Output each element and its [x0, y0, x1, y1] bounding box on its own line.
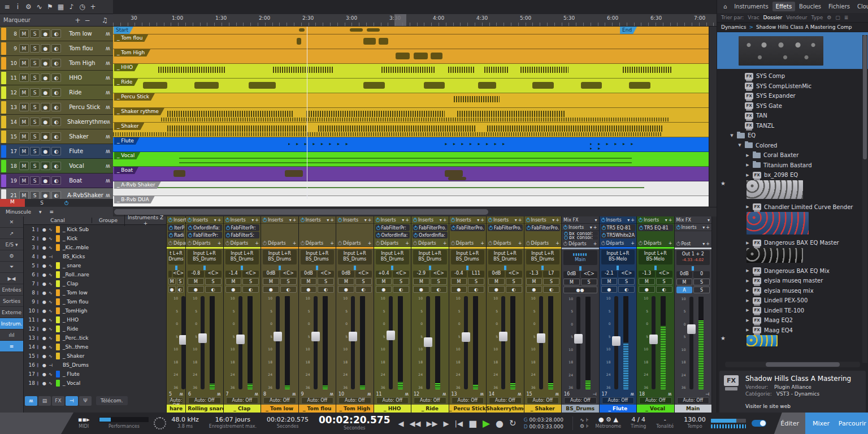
strip-name-label[interactable]: hare [167, 405, 185, 413]
track-name[interactable]: _ Tom low [64, 31, 106, 37]
mixer-strip[interactable]: Inserts▾+Départs+Input L+RBS_Drums0dB<C>… [299, 216, 337, 413]
solo-button[interactable]: S [30, 73, 40, 82]
item-label[interactable]: SYS Comp [756, 73, 785, 79]
input-routing-box[interactable]: Out 1 + 2-4.33 -4.02 [676, 250, 710, 265]
solo-button[interactable]: S [30, 162, 40, 170]
monitor-button[interactable]: ◐ [51, 118, 61, 126]
chevron-down-icon[interactable]: ▾ [39, 209, 42, 215]
monitor-button[interactable]: ◐ [431, 286, 447, 293]
plugin-thumbnail-row[interactable] [717, 248, 868, 266]
mute-button[interactable]: M [488, 278, 505, 285]
monitor-button[interactable]: ◐ [618, 286, 635, 293]
automation-mode-button[interactable]: Auto: Off [226, 397, 259, 404]
gain-value[interactable]: -1.4 [225, 271, 242, 277]
mute-button[interactable]: M [19, 118, 29, 126]
power-icon[interactable] [413, 218, 417, 222]
pan-value[interactable]: L11 [468, 271, 484, 277]
input-routing-box[interactable]: Input L+RBS_Drums [338, 250, 372, 264]
insert-slot[interactable]: FabFilterPr: [225, 224, 260, 231]
power-icon[interactable] [563, 242, 567, 246]
key-signature[interactable]: - [656, 416, 674, 423]
power-icon[interactable] [226, 226, 230, 230]
inserts-header[interactable]: Inserts▾+ [449, 216, 487, 224]
chevron-down-icon[interactable]: ▾ [364, 218, 367, 223]
track-lane[interactable]: _ B-Rvb DUA [113, 196, 717, 207]
solo-all-button[interactable]: S [25, 200, 59, 206]
monitor-button[interactable]: ◐ [51, 103, 61, 111]
record-arm-button[interactable]: ● [41, 176, 50, 185]
power-icon[interactable] [225, 218, 229, 222]
fader-track[interactable] [201, 296, 205, 389]
visit-website-link[interactable]: Visiter le site web [745, 403, 861, 409]
expander-icon[interactable]: ▼ [737, 143, 742, 147]
fader-handle[interactable] [499, 332, 507, 341]
fader-section[interactable]: 1050510182436 [374, 295, 411, 390]
solo-button[interactable]: S [355, 278, 372, 285]
pan-value[interactable]: <C> [280, 271, 297, 277]
inserts-header[interactable]: Inserts▾+ [675, 224, 712, 231]
return-to-start-button[interactable]: |◀ [455, 419, 463, 428]
mixer-strip[interactable]: Inserts▾+lterPr:Radia:Départs+t L+RDrums… [167, 216, 186, 413]
solo-button[interactable]: S [30, 176, 40, 185]
monitor-button[interactable]: ◐ [355, 286, 372, 293]
solo-button[interactable]: S [30, 103, 40, 111]
record-time-remaining[interactable]: 16:07 jours [209, 416, 257, 423]
sends-header[interactable]: Post▾+ [675, 240, 712, 248]
automation-mode-button[interactable]: Auto: Off [169, 397, 183, 404]
track-name[interactable]: _ Percu Stick [64, 104, 106, 110]
record-arm-button[interactable]: ● [526, 286, 542, 293]
fader-handle[interactable] [311, 332, 320, 341]
expander-icon[interactable]: ▶ [745, 205, 750, 209]
chevron-down-icon[interactable]: ▾ [289, 218, 292, 223]
mixer-strip[interactable]: Inserts▾+Départs+Input L+RBS_Drums0dB<C>… [261, 216, 299, 413]
record-arm-button[interactable]: ● [41, 103, 50, 111]
channel-name[interactable]: _Kic..mble [63, 245, 89, 250]
pan-value[interactable]: <C> [318, 271, 334, 277]
tempo-value[interactable]: 130.00 [684, 416, 706, 423]
insert-slot[interactable]: FabFilterPr: [375, 224, 410, 231]
strip-name-label[interactable]: _ Tom flou [299, 405, 336, 413]
fast-forward-button[interactable]: ▶▶ [427, 419, 438, 428]
fader-track[interactable] [276, 296, 280, 389]
insert-slot[interactable]: FabFilterPro. [526, 224, 561, 231]
expander-icon[interactable]: ▶ [745, 308, 750, 313]
channel-name[interactable]: _Perc..tick [63, 335, 89, 341]
power-icon[interactable] [526, 241, 530, 245]
power-icon[interactable] [414, 233, 418, 237]
record-arm-button[interactable]: ● [601, 286, 618, 293]
record-arm-button[interactable]: ● [41, 88, 50, 97]
clip-name-tag[interactable]: _ B-Rvb DUA [114, 196, 155, 203]
power-icon[interactable] [602, 226, 606, 230]
monitor-button[interactable]: ◐ [51, 73, 61, 82]
gain-value[interactable]: 0dB [263, 271, 279, 277]
plugin-list-item[interactable]: ▶FXMaag EQ2 [717, 315, 868, 326]
add-icon[interactable]: + [88, 2, 98, 12]
input-routing-box[interactable]: Input L+RBS-Melo [601, 250, 635, 264]
mixer-channel-row[interactable]: 5‖●∿_ snare [24, 261, 166, 270]
record-arm-button[interactable]: ● [451, 286, 467, 293]
solo-button[interactable]: S [693, 279, 710, 285]
external-button[interactable]: Externe [0, 307, 23, 318]
timeline-ruler[interactable]: 301:001:302:002:303:003:304:004:305:005:… [113, 14, 717, 27]
track-header-row[interactable]: 9MS●◐_ Tom flouʍ [0, 41, 113, 56]
channel-name[interactable]: BS_Drums [63, 362, 89, 368]
quantize-note-icon[interactable]: ♪ [67, 2, 76, 12]
solo-button[interactable]: S [431, 278, 447, 285]
mute-button[interactable]: M [19, 29, 29, 38]
monitor-button[interactable]: ◐ [51, 88, 61, 97]
monitor-button[interactable]: ◐ [318, 286, 334, 293]
browser-tab-instruments[interactable]: Instruments [731, 2, 771, 11]
sends-header[interactable]: Départs+ [637, 240, 674, 247]
plugin-list-item[interactable]: FXSYS Expander [717, 91, 868, 101]
power-icon[interactable] [226, 233, 230, 237]
mute-button[interactable]: M [263, 278, 279, 285]
automation-mode-button[interactable]: Auto: Off [338, 397, 371, 404]
pan-value[interactable]: <C> [205, 271, 222, 277]
record-arm-button[interactable]: ● [41, 147, 50, 155]
fader-track[interactable] [389, 296, 393, 389]
mixer-strip[interactable]: Mix FX▾Inserts▾+bx_consol:bx_consol:Dépa… [562, 216, 600, 413]
item-label[interactable]: Maag EQ4 [764, 327, 793, 333]
pan-value[interactable]: <C> [506, 271, 522, 277]
stereo-mono-button[interactable]: ●● [563, 287, 597, 293]
monitor-button[interactable]: ◐ [242, 286, 259, 293]
